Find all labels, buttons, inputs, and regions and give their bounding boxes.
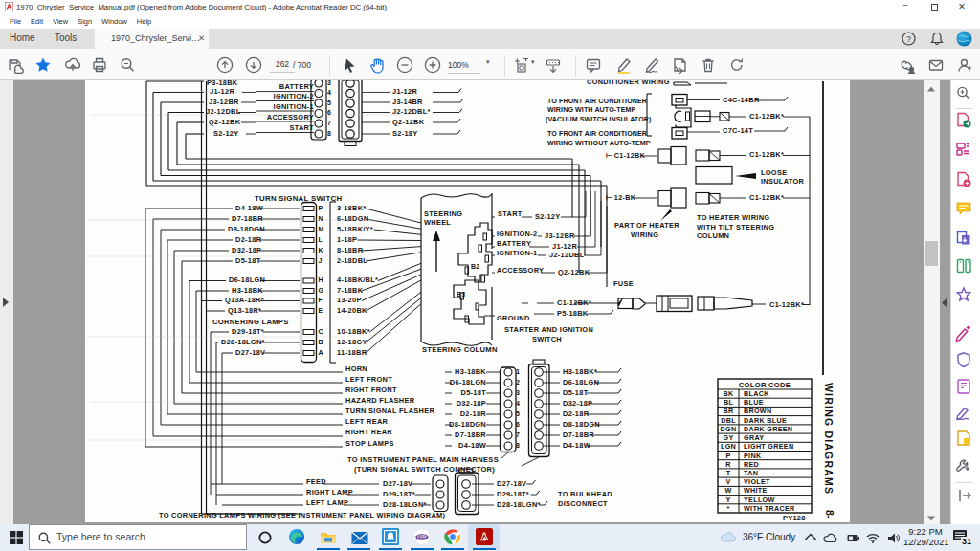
svg-text:L: L [319,236,323,243]
svg-text:BLACK: BLACK [744,389,769,398]
svg-text:7: 7 [327,120,331,126]
svg-text:TAN: TAN [744,469,758,477]
svg-text:D27-18V: D27-18V [383,479,412,488]
svg-text:C1-12BK*: C1-12BK* [749,193,784,202]
svg-text:WITH TILT STEERING: WITH TILT STEERING [697,223,774,231]
svg-text:Q2-12BK: Q2-12BK [558,268,590,276]
svg-text:3: 3 [516,389,520,396]
svg-text:C1-12BK*: C1-12BK* [769,300,804,309]
svg-text:TO FRONT AIR CONDITIONER: TO FRONT AIR CONDITIONER [547,98,647,105]
svg-text:8: 8 [327,130,331,137]
svg-text:D28-18LGN*: D28-18LGN* [383,500,427,509]
svg-text:D32-18P: D32-18P [563,399,592,408]
svg-text:LGN: LGN [721,442,736,451]
svg-text:VIOLET: VIOLET [744,477,770,486]
svg-text:D27-18V: D27-18V [497,479,526,488]
svg-text:LEFT LAMP: LEFT LAMP [306,498,348,507]
svg-text:TURN SIGNAL SWITCH: TURN SIGNAL SWITCH [255,194,343,203]
svg-text:DBL: DBL [721,416,736,425]
svg-text:M: M [319,226,324,232]
svg-text:D7-18BR: D7-18BR [563,430,594,439]
svg-text:DARK GREEN: DARK GREEN [744,425,792,433]
svg-text:Q13A-18R*: Q13A-18R* [225,296,264,304]
svg-text:S2-18Y: S2-18Y [392,129,417,138]
svg-text:STARTER AND IGNITION: STARTER AND IGNITION [504,325,593,334]
svg-text:COLOR CODE: COLOR CODE [739,381,791,389]
svg-text:CORNERING LAMPS: CORNERING LAMPS [212,318,289,326]
svg-text:D6-18LGN: D6-18LGN [563,378,599,386]
svg-text:2: 2 [516,379,520,386]
svg-text:H3-18BK: H3-18BK [232,286,263,295]
svg-text:D5-18T: D5-18T [461,388,487,397]
svg-text:D6-18LGN: D6-18LGN [229,276,265,284]
svg-text:Q2-12BK: Q2-12BK [392,118,425,126]
svg-text:BATTERY: BATTERY [279,82,314,91]
svg-text:8: 8 [516,442,520,449]
svg-text:J: J [319,257,323,264]
svg-text:HORN: HORN [345,364,368,373]
svg-text:⊢ 12-BK: ⊢ 12-BK [606,193,636,202]
svg-text:IGNITION-2: IGNITION-2 [274,92,314,100]
svg-text:Y: Y [725,496,730,504]
svg-text:SWITCH: SWITCH [532,335,562,343]
svg-text:D27-18V: D27-18V [235,348,265,357]
svg-text:(TURN SIGNAL SWITCH CONNECTOR): (TURN SIGNAL SWITCH CONNECTOR) [354,465,495,474]
svg-text:H3-18BK*: H3-18BK* [563,367,597,376]
svg-text:H: H [319,276,323,283]
svg-text:D28-18LGN*: D28-18LGN* [497,500,541,509]
svg-text:BR: BR [724,407,734,415]
svg-text:D2-18R: D2-18R [460,409,487,418]
svg-text:C7C-14T: C7C-14T [723,126,753,135]
svg-text:INSULATOR: INSULATOR [761,177,804,186]
svg-text:6: 6 [327,109,331,116]
svg-text:COLUMN: COLUMN [697,231,729,240]
svg-text:P5-18BK: P5-18BK [557,309,589,318]
svg-text:WIRING WITHOUT AUTO-TEMP: WIRING WITHOUT AUTO-TEMP [547,140,651,147]
svg-text:B: B [319,339,323,345]
svg-text:TO CORNERING LAMPS WIRING (SEE: TO CORNERING LAMPS WIRING (SEE INSTRUMEN… [159,511,446,519]
svg-text:3: 3 [327,80,331,86]
svg-text:STOP LAMPS: STOP LAMPS [345,439,394,448]
svg-text:S2-12Y: S2-12Y [535,212,560,221]
svg-text:R: R [725,460,731,469]
svg-text:J2-12DBL: J2-12DBL [206,107,241,116]
svg-text:BK: BK [724,389,734,398]
svg-text:N: N [319,215,323,222]
svg-text:D32-18P: D32-18P [232,246,261,254]
svg-text:C1-12BK*: C1-12BK* [749,150,784,159]
svg-text:DGN: DGN [721,425,737,433]
svg-text:4-18BK/BL*: 4-18BK/BL* [337,276,378,284]
svg-text:PY128: PY128 [783,514,806,522]
svg-text:RIGHT LAMP: RIGHT LAMP [306,488,353,496]
svg-text:13-20P: 13-20P [337,296,362,304]
svg-text:J2-12DBL: J2-12DBL [549,251,585,259]
svg-text:WIRING DIAGRAMS: WIRING DIAGRAMS [823,383,835,495]
svg-text:6-18DGN: 6-18DGN [337,214,368,223]
svg-text:D4-18W: D4-18W [458,441,486,450]
svg-text:J3-14BR: J3-14BR [392,98,423,106]
svg-text:STEERING COLUMN: STEERING COLUMN [422,345,498,354]
svg-text:5-18BK/Y*: 5-18BK/Y* [337,225,373,233]
svg-text:B3: B3 [457,291,466,298]
svg-text:RED: RED [744,460,759,469]
svg-text:7: 7 [516,431,520,438]
svg-text:TO HEATER WIRING: TO HEATER WIRING [697,213,769,222]
svg-text:J1-12R: J1-12R [552,242,577,251]
svg-text:J3-12BR: J3-12BR [545,231,575,240]
svg-text:D5-18T: D5-18T [235,256,261,265]
svg-text:D28-18LGN*: D28-18LGN* [221,338,265,346]
svg-text:6: 6 [516,421,520,428]
svg-text:D8-18DGN: D8-18DGN [228,225,265,233]
svg-text:Q2-12BK: Q2-12BK [209,118,241,126]
svg-text:8-: 8- [824,510,835,519]
svg-text:IGNITION-1: IGNITION-1 [274,102,314,111]
svg-text:5: 5 [327,99,331,106]
svg-text:PART OF HEATER: PART OF HEATER [614,221,679,230]
svg-text:D32-18P: D32-18P [457,399,486,408]
svg-text:YELLOW: YELLOW [744,496,775,504]
svg-text:GROUND: GROUND [497,314,530,322]
svg-text:RIGHT REAR: RIGHT REAR [345,428,392,436]
svg-text:H3-18BK: H3-18BK [455,367,486,376]
svg-text:WIRING: WIRING [631,231,658,239]
svg-text:P: P [725,452,730,460]
